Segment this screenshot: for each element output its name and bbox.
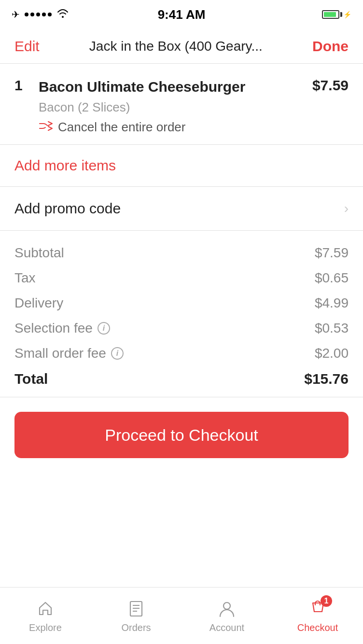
item-modifier: Bacon (2 Slices) [39, 100, 312, 115]
tab-item-explore[interactable]: Explore [0, 598, 91, 633]
status-bar: ✈ 9:41 AM ⚡ [0, 0, 363, 29]
promo-code-row[interactable]: Add promo code › [0, 187, 363, 231]
orders-label: Orders [121, 622, 151, 633]
tax-value: $0.65 [315, 270, 349, 286]
tax-label: Tax [14, 270, 36, 286]
add-more-items-row[interactable]: Add more items [0, 145, 363, 187]
status-time: 9:41 AM [158, 7, 206, 22]
svg-rect-0 [44, 613, 47, 617]
tab-bar: Explore Orders Account [0, 587, 363, 644]
order-item: 1 Bacon Ultimate Cheeseburger Bacon (2 S… [0, 64, 363, 145]
wifi-icon [56, 9, 69, 21]
shuffle-icon [39, 121, 53, 134]
selection-fee-label: Selection fee i [14, 321, 110, 336]
cancel-order-row[interactable]: Cancel the entire order [39, 120, 312, 135]
total-row: Total $15.76 [14, 366, 349, 392]
tab-item-orders[interactable]: Orders [91, 598, 182, 633]
subtotal-row: Subtotal $7.59 [14, 240, 349, 266]
small-order-fee-info-icon[interactable]: i [111, 347, 124, 360]
add-more-label: Add more items [14, 157, 116, 173]
total-label: Total [14, 371, 48, 387]
item-details: Bacon Ultimate Cheeseburger Bacon (2 Sli… [32, 77, 312, 135]
account-label: Account [209, 622, 244, 633]
battery-fill [324, 12, 336, 17]
dot2 [30, 13, 34, 16]
total-value: $15.76 [304, 371, 349, 387]
dot5 [48, 13, 52, 16]
status-bar-right: ⚡ [322, 10, 351, 19]
battery-bolt-icon: ⚡ [343, 11, 351, 18]
explore-icon [35, 598, 56, 619]
delivery-value: $4.99 [315, 295, 349, 311]
battery-indicator: ⚡ [322, 10, 351, 19]
selection-fee-value: $0.53 [315, 321, 349, 336]
small-order-fee-value: $2.00 [315, 346, 349, 361]
nav-title: Jack in the Box (400 Geary... [40, 39, 312, 54]
checkout-button[interactable]: Proceed to Checkout [14, 412, 349, 458]
signal-dots [25, 13, 52, 16]
dot3 [36, 13, 40, 16]
delivery-label: Delivery [14, 295, 63, 311]
cancel-order-text: Cancel the entire order [58, 120, 185, 135]
small-order-fee-row: Small order fee i $2.00 [14, 341, 349, 366]
delivery-row: Delivery $4.99 [14, 291, 349, 316]
tab-item-checkout[interactable]: 1 Checkout [272, 598, 363, 633]
explore-label: Explore [29, 622, 62, 633]
checkout-badge: 1 [321, 595, 332, 607]
content-area: 1 Bacon Ultimate Cheeseburger Bacon (2 S… [0, 64, 363, 534]
tab-item-account[interactable]: Account [182, 598, 272, 633]
account-icon [216, 598, 237, 619]
small-order-fee-label: Small order fee i [14, 346, 124, 361]
battery-tip [340, 12, 342, 17]
promo-code-label: Add promo code [14, 200, 121, 217]
checkout-icon: 1 [307, 598, 328, 619]
airplane-icon: ✈ [12, 9, 20, 20]
done-button[interactable]: Done [312, 38, 349, 55]
totals-section: Subtotal $7.59 Tax $0.65 Delivery $4.99 … [0, 231, 363, 397]
status-bar-left: ✈ [12, 9, 69, 21]
item-name: Bacon Ultimate Cheeseburger [39, 77, 312, 96]
orders-icon [126, 598, 147, 619]
checkout-label: Checkout [297, 622, 338, 633]
subtotal-value: $7.59 [315, 245, 349, 261]
tax-row: Tax $0.65 [14, 266, 349, 291]
nav-bar: Edit Jack in the Box (400 Geary... Done [0, 29, 363, 64]
dot1 [25, 13, 28, 16]
item-quantity: 1 [14, 77, 32, 94]
subtotal-label: Subtotal [14, 245, 64, 261]
selection-fee-info-icon[interactable]: i [98, 322, 110, 335]
dot4 [42, 13, 46, 16]
item-price: $7.59 [312, 77, 349, 94]
edit-button[interactable]: Edit [14, 38, 40, 55]
chevron-right-icon: › [344, 201, 349, 216]
checkout-section: Proceed to Checkout [0, 397, 363, 472]
svg-point-5 [223, 602, 230, 609]
selection-fee-row: Selection fee i $0.53 [14, 316, 349, 341]
